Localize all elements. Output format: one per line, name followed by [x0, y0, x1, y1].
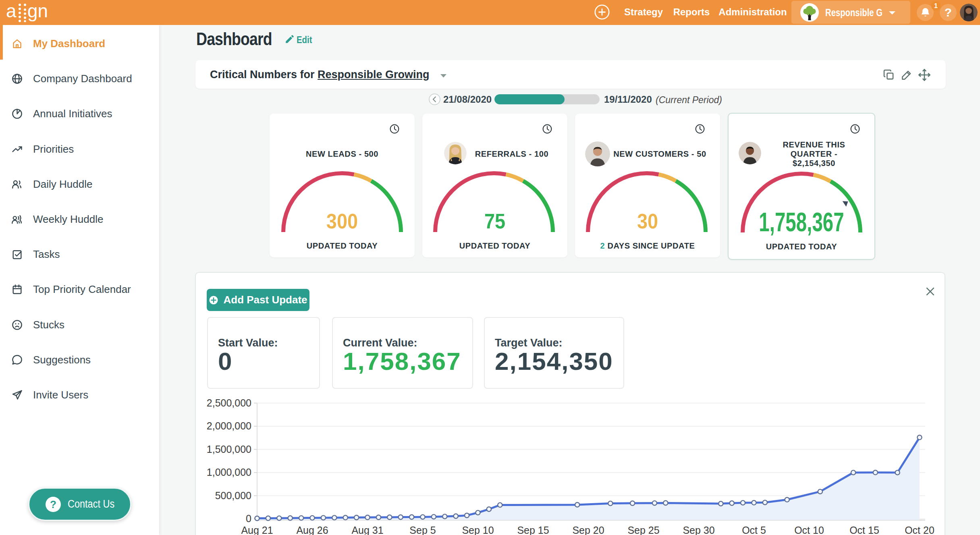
svg-text:Sep 15: Sep 15 [517, 525, 549, 535]
svg-text:Oct 10: Oct 10 [794, 525, 824, 535]
svg-text:Sep 20: Sep 20 [572, 525, 604, 535]
svg-text:Sep 25: Sep 25 [627, 525, 659, 535]
svg-text:0: 0 [246, 513, 251, 524]
svg-text:Oct 15: Oct 15 [849, 525, 879, 535]
svg-text:Oct 5: Oct 5 [742, 525, 766, 535]
svg-text:1,500,000: 1,500,000 [207, 444, 251, 455]
svg-text:Sep 10: Sep 10 [462, 525, 494, 535]
svg-text:Oct 20: Oct 20 [905, 525, 934, 535]
svg-text:1,000,000: 1,000,000 [207, 467, 251, 478]
svg-text:Sep 5: Sep 5 [409, 525, 436, 535]
svg-text:500,000: 500,000 [215, 490, 251, 501]
svg-text:Aug 21: Aug 21 [241, 525, 273, 535]
svg-text:Aug 31: Aug 31 [351, 525, 383, 535]
svg-text:2,000,000: 2,000,000 [207, 420, 251, 431]
svg-text:Aug 26: Aug 26 [296, 525, 328, 535]
svg-text:2,500,000: 2,500,000 [207, 397, 251, 409]
svg-text:Sep 30: Sep 30 [683, 525, 714, 535]
